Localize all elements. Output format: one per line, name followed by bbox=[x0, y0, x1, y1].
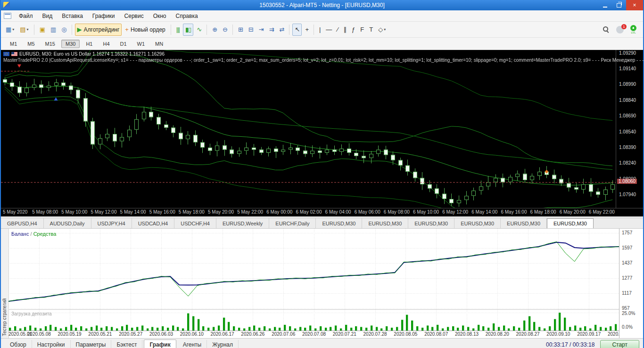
price-chart-canvas[interactable] bbox=[1, 50, 616, 208]
tester-tab-graph[interactable]: График bbox=[144, 340, 176, 348]
chart-bars-button[interactable]: ||| bbox=[174, 24, 182, 36]
market-depth-button[interactable]: ◎ bbox=[59, 24, 68, 36]
tile-horizontal-button[interactable]: ⊟ bbox=[246, 24, 256, 36]
zoom-out-button[interactable]: ⊖ bbox=[220, 24, 230, 36]
new-chart-button[interactable]: ▦▾ bbox=[3, 24, 17, 36]
market-watch-button[interactable]: ▣ bbox=[37, 24, 47, 36]
balance-chart-canvas[interactable] bbox=[8, 229, 619, 310]
timeframe-w1[interactable]: W1 bbox=[133, 40, 149, 48]
timeframe-d1[interactable]: D1 bbox=[116, 40, 131, 48]
chart-tab-eurusd-m30[interactable]: EURUSD,M30 bbox=[501, 218, 547, 228]
algo-trading-button[interactable]: ▶Алготрейдинг bbox=[75, 24, 122, 36]
chart-tab-bar: GBPUSD,H4AUDUSD,DailyUSDJPY,H4USDCAD,H4U… bbox=[1, 218, 643, 229]
profiles-button[interactable]: ▤▾ bbox=[17, 24, 31, 36]
menu-file[interactable]: Файл bbox=[14, 11, 38, 21]
community-icon[interactable]: 1 bbox=[616, 26, 624, 33]
tester-tab-overview[interactable]: Обзор bbox=[5, 340, 32, 348]
timeframe-m5[interactable]: M5 bbox=[23, 40, 39, 48]
timeframe-mn[interactable]: MN bbox=[151, 40, 167, 48]
auto-scroll-button[interactable]: ⇉ bbox=[267, 24, 276, 36]
tile-windows-button[interactable]: ⊞ bbox=[236, 24, 245, 36]
chart-window-icon[interactable] bbox=[4, 13, 11, 19]
text-label-icon: T bbox=[369, 26, 372, 33]
chart-tab-usdcad-h4[interactable]: USDCAD,H4 bbox=[132, 218, 175, 228]
timeframe-h4[interactable]: H4 bbox=[99, 40, 114, 48]
timeframe-m15[interactable]: M15 bbox=[41, 40, 59, 48]
horizontal-line-button[interactable]: — bbox=[323, 24, 334, 36]
chart-tab-eurusd-m30[interactable]: EURUSD,M30 bbox=[408, 218, 454, 228]
price-axis[interactable]: 1.092901.091401.089901.088401.086901.085… bbox=[616, 50, 643, 208]
tester-tab-settings[interactable]: Настройки bbox=[32, 340, 71, 348]
date-tick: 2020.05.27 bbox=[119, 331, 142, 337]
algo-trading-label: Алготрейдинг bbox=[84, 26, 120, 33]
bid-price-tag: 1.08060 bbox=[617, 179, 637, 184]
new-order-button[interactable]: +Новый ордер bbox=[123, 24, 167, 36]
objects-button[interactable]: ◇▾ bbox=[376, 24, 388, 36]
toolbar-separator bbox=[289, 25, 289, 35]
chart-tab-gbpusd-h4[interactable]: GBPUSD,H4 bbox=[1, 218, 44, 228]
chart-tab-eurchf-daily[interactable]: EURCHF,Daily bbox=[269, 218, 316, 228]
tester-tab-agents[interactable]: Агенты bbox=[178, 340, 207, 348]
date-tick: 2020.06.03 bbox=[149, 331, 173, 337]
tester-chart-area[interactable]: Баланс / Средства Загрузка депозита 2020… bbox=[8, 229, 619, 338]
cursor-icon: ↖ bbox=[295, 26, 299, 33]
date-tick: 2020.06.17 bbox=[211, 331, 234, 337]
market-depth-icon: ◎ bbox=[61, 26, 66, 33]
equidistant-channel-button[interactable]: ∥ bbox=[341, 24, 349, 36]
tester-tab-journal[interactable]: Журнал bbox=[207, 340, 239, 348]
restore-button[interactable] bbox=[612, 0, 626, 10]
data-window-button[interactable]: ▥ bbox=[48, 24, 58, 36]
trendline-button[interactable]: ∕ bbox=[335, 24, 340, 36]
minimize-button[interactable] bbox=[598, 0, 612, 10]
scroll-to-end-button[interactable]: ⇥ bbox=[256, 24, 266, 36]
date-tick: 2020.07.21 bbox=[333, 331, 356, 337]
connection-status[interactable]: LVL bbox=[630, 25, 636, 34]
crosshair-button[interactable]: + bbox=[303, 24, 311, 36]
chart-tab-eurusd-m30[interactable]: EURUSD,M30 bbox=[362, 218, 408, 228]
chart-tab-usdjpy-h4[interactable]: USDJPY,H4 bbox=[91, 218, 132, 228]
chart-tab-eurusd-m30[interactable]: EURUSD,M30 bbox=[547, 218, 594, 228]
tester-tab-backtest[interactable]: Бэктест bbox=[111, 340, 142, 348]
menu-help[interactable]: Справка bbox=[171, 11, 203, 21]
deposit-load-canvas[interactable] bbox=[8, 310, 619, 331]
time-axis[interactable]: 5 May 20205 May 08:005 May 10:005 May 12… bbox=[1, 208, 643, 216]
chart-shift-button[interactable]: ⇄ bbox=[277, 24, 287, 36]
price-tick: 1.09290 bbox=[619, 50, 636, 56]
strategy-tester-panel: Тестер стратегий Баланс / Средства Загру… bbox=[1, 229, 643, 338]
timeframe-m1[interactable]: M1 bbox=[6, 40, 21, 48]
timeframe-m30[interactable]: M30 bbox=[61, 40, 80, 48]
menu-view[interactable]: Вид bbox=[38, 11, 58, 21]
price-tick: 1.08840 bbox=[619, 98, 636, 103]
vertical-line-button[interactable]: | bbox=[317, 24, 322, 36]
balance-legend: Баланс / Средства bbox=[11, 231, 56, 237]
date-axis: 2020.05.012020.05.082020.05.192020.05.21… bbox=[8, 331, 643, 338]
new-chart-dropdown-icon: ▾ bbox=[12, 27, 14, 32]
scroll-to-end-icon: ⇥ bbox=[259, 26, 264, 33]
menu-insert[interactable]: Вставка bbox=[57, 11, 88, 21]
timeframe-h1[interactable]: H1 bbox=[82, 40, 97, 48]
chart-tab-audusd-daily[interactable]: AUDUSD,Daily bbox=[44, 218, 91, 228]
chart-tab-eurusd-m30[interactable]: EURUSD,M30 bbox=[316, 218, 362, 228]
balance-tick: 1437 bbox=[622, 260, 632, 265]
fibonacci-button[interactable]: ƒ bbox=[349, 24, 357, 36]
tester-sidebar[interactable]: Тестер стратегий bbox=[1, 229, 9, 338]
cursor-button[interactable]: ↖ bbox=[292, 24, 302, 36]
chart-line-button[interactable]: ∿ bbox=[194, 24, 204, 36]
search-icon[interactable] bbox=[603, 26, 610, 33]
zoom-in-button[interactable]: ⊕ bbox=[210, 24, 219, 36]
text-label-button[interactable]: T bbox=[367, 24, 375, 36]
chart-tab-eurusd-m30[interactable]: EURUSD,M30 bbox=[454, 218, 501, 228]
connection-icon bbox=[630, 25, 636, 31]
chart-candles-button[interactable]: ▮▯ bbox=[183, 24, 193, 36]
chart-plot[interactable] bbox=[1, 50, 616, 208]
chart-tab-usdchf-h4[interactable]: USDCHF,H4 bbox=[174, 218, 216, 228]
close-button[interactable]: × bbox=[626, 0, 643, 10]
menu-service[interactable]: Сервис bbox=[120, 11, 149, 21]
chart-tab-eurusd-weekly[interactable]: EURUSD,Weekly bbox=[216, 218, 269, 228]
menu-window[interactable]: Окно bbox=[149, 11, 171, 21]
menu-charts[interactable]: Графики bbox=[88, 11, 120, 21]
new-chart-icon: ▦ bbox=[6, 26, 11, 33]
tester-tab-parameters[interactable]: Параметры bbox=[71, 340, 112, 348]
shapes-button[interactable]: F bbox=[358, 24, 366, 36]
start-button[interactable]: Старт bbox=[600, 340, 639, 348]
